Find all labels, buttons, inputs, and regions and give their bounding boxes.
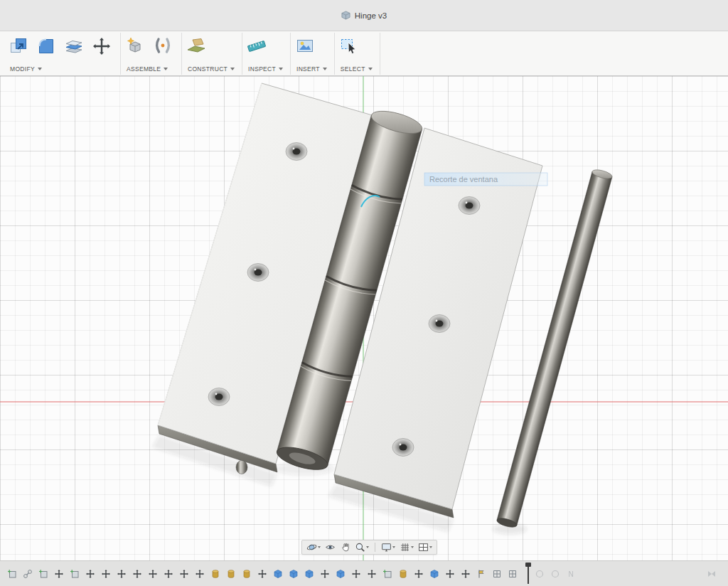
circle-feature-disabled[interactable] bbox=[532, 566, 547, 582]
toolbar-group-select: SELECT bbox=[335, 33, 380, 75]
joint-feature[interactable] bbox=[224, 566, 238, 582]
inspect-menu-label: INSPECT bbox=[248, 65, 276, 73]
toolbar-group-insert: INSERT bbox=[291, 33, 335, 75]
box-feature[interactable] bbox=[427, 566, 441, 582]
grid-feature[interactable] bbox=[490, 566, 504, 582]
bowtie-feature-end[interactable] bbox=[705, 566, 719, 582]
chevron-down-icon bbox=[164, 68, 168, 70]
move-icon bbox=[101, 569, 111, 579]
joint-feature[interactable] bbox=[208, 566, 223, 582]
inspect-menu[interactable]: INSPECT bbox=[245, 65, 283, 73]
move-feature[interactable] bbox=[193, 566, 207, 582]
assemble-menu[interactable]: ASSEMBLE bbox=[124, 65, 174, 73]
box-icon bbox=[429, 569, 439, 579]
chevron-down-icon bbox=[368, 68, 373, 70]
move-feature[interactable] bbox=[130, 566, 144, 582]
insert-image-button[interactable] bbox=[294, 35, 316, 58]
joint-feature[interactable] bbox=[396, 566, 410, 582]
link-feature[interactable] bbox=[21, 566, 35, 582]
insert-menu[interactable]: INSERT bbox=[294, 65, 327, 73]
shell-button[interactable] bbox=[63, 35, 85, 58]
link-icon bbox=[23, 569, 33, 579]
joint-feature[interactable] bbox=[240, 566, 254, 582]
move-feature[interactable] bbox=[52, 566, 66, 582]
select-menu-label: SELECT bbox=[341, 65, 365, 73]
modify-menu[interactable]: MODIFY bbox=[7, 65, 113, 73]
n-icon: N bbox=[566, 569, 576, 579]
component-icon bbox=[70, 569, 80, 579]
display-settings-icon bbox=[381, 542, 392, 553]
move-feature[interactable] bbox=[412, 566, 426, 582]
construction-plane-button[interactable] bbox=[185, 35, 208, 58]
construct-menu[interactable]: CONSTRUCT bbox=[185, 65, 235, 73]
press-pull-button[interactable] bbox=[7, 35, 30, 58]
move-feature[interactable] bbox=[349, 566, 363, 582]
new-component-icon bbox=[125, 36, 145, 56]
fillet-icon bbox=[36, 36, 56, 56]
joint-icon bbox=[210, 569, 220, 579]
flag-feature[interactable] bbox=[474, 566, 488, 582]
joint-button[interactable] bbox=[151, 35, 174, 58]
orbit-button[interactable] bbox=[305, 541, 322, 553]
move-feature[interactable] bbox=[365, 566, 379, 582]
component-icon bbox=[38, 569, 48, 579]
document-tab[interactable]: Hinge v3 bbox=[331, 8, 397, 23]
model-3d-view: Recorte de ventana bbox=[0, 76, 728, 560]
look-at-button[interactable] bbox=[323, 541, 337, 553]
circle-feature-disabled[interactable] bbox=[548, 566, 562, 582]
component-feature[interactable] bbox=[380, 566, 395, 582]
move-feature[interactable] bbox=[255, 566, 269, 582]
move-feature[interactable] bbox=[443, 566, 457, 582]
box-feature[interactable] bbox=[333, 566, 348, 582]
component-feature[interactable] bbox=[5, 566, 19, 582]
timeline-end-group bbox=[704, 566, 724, 582]
move-icon bbox=[461, 569, 471, 579]
new-component-button[interactable] bbox=[124, 35, 146, 58]
component-feature[interactable] bbox=[68, 566, 82, 582]
chevron-down-icon bbox=[230, 68, 235, 70]
move-feature[interactable] bbox=[114, 566, 129, 582]
move-icon bbox=[54, 569, 64, 579]
viewport[interactable]: Recorte de ventana bbox=[0, 76, 728, 560]
move-feature[interactable] bbox=[99, 566, 113, 582]
box-feature[interactable] bbox=[271, 566, 285, 582]
scrubber-line bbox=[528, 563, 529, 584]
zoom-icon bbox=[355, 542, 365, 553]
press-pull-icon bbox=[9, 36, 28, 56]
move-feature[interactable] bbox=[318, 566, 332, 582]
joint-icon bbox=[226, 569, 236, 579]
box-feature[interactable] bbox=[302, 566, 316, 582]
move-icon bbox=[132, 569, 142, 579]
move-feature[interactable] bbox=[459, 566, 473, 582]
timeline-scrubber[interactable] bbox=[525, 563, 532, 584]
pan-button[interactable] bbox=[338, 541, 352, 553]
select-cursor-button[interactable] bbox=[338, 35, 360, 58]
move-feature[interactable] bbox=[177, 566, 191, 582]
move-feature[interactable] bbox=[146, 566, 160, 582]
component-feature[interactable] bbox=[36, 566, 50, 582]
viewports-button[interactable] bbox=[417, 541, 434, 553]
viewports-icon bbox=[418, 542, 429, 553]
chevron-down-icon bbox=[279, 68, 283, 70]
pin-tip bbox=[236, 461, 247, 474]
box-feature[interactable] bbox=[287, 566, 301, 582]
display-settings-button[interactable] bbox=[380, 541, 397, 553]
move-feature[interactable] bbox=[83, 566, 97, 582]
grid-settings-button[interactable] bbox=[398, 541, 415, 553]
zoom-button[interactable] bbox=[353, 541, 370, 553]
orbit-icon bbox=[306, 542, 317, 553]
insert-image-icon bbox=[295, 36, 315, 56]
move-icon bbox=[257, 569, 267, 579]
select-menu[interactable]: SELECT bbox=[338, 65, 373, 73]
chevron-down-icon bbox=[366, 546, 369, 548]
measure-button[interactable] bbox=[245, 35, 268, 58]
grid-feature[interactable] bbox=[505, 566, 520, 582]
move-feature[interactable] bbox=[161, 566, 176, 582]
move-button[interactable] bbox=[90, 35, 113, 58]
n-feature-disabled[interactable]: N bbox=[564, 566, 578, 582]
move-icon bbox=[92, 36, 112, 56]
fillet-button[interactable] bbox=[35, 35, 58, 58]
title-bar: Hinge v3 bbox=[0, 0, 728, 31]
component-icon bbox=[7, 569, 17, 579]
view-navigation-bar bbox=[301, 540, 437, 555]
